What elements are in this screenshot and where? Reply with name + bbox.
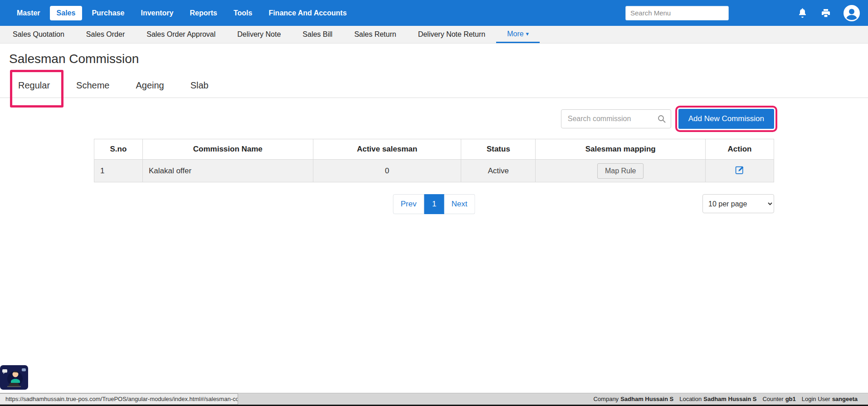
cell-commission-name: Kalakal offer [142,160,313,182]
status-bar: https://sadhamhussain.true-pos.com/TrueP… [0,393,868,406]
map-rule-button[interactable]: Map Rule [597,163,644,179]
search-commission-input[interactable] [561,109,671,128]
login-user-value: sangeeta [832,396,858,402]
header-sno: S.no [94,139,143,160]
header-salesman-mapping: Salesman mapping [536,139,706,160]
search-icon [657,114,666,123]
cell-status: Active [461,160,536,182]
table-header-row: S.no Commission Name Active salesman Sta… [94,139,774,160]
menu-item-master[interactable]: Master [10,6,47,20]
session-info: Company Sadham Hussain S Location Sadham… [593,396,868,402]
commission-tabs: Regular Scheme Ageing Slab [0,73,868,98]
edit-icon [735,165,745,175]
commission-toolbar: Add New Commission [0,108,868,130]
company-value: Sadham Hussain S [620,396,673,402]
pagination-page-1-button[interactable]: 1 [424,194,444,214]
add-new-commission-button[interactable]: Add New Commission [678,109,774,129]
header-action: Action [706,139,774,160]
tab-scheme[interactable]: Scheme [76,80,109,91]
subnav-sales-order-approval[interactable]: Sales Order Approval [136,26,226,43]
sales-sub-navigation: Sales Quotation Sales Order Sales Order … [0,26,868,44]
menu-item-sales[interactable]: Sales [50,6,83,20]
topnav-icons [797,5,862,21]
subnav-sales-quotation[interactable]: Sales Quotation [2,26,75,43]
subnav-sales-return[interactable]: Sales Return [343,26,407,43]
cell-active-salesman: 0 [313,160,461,182]
user-avatar-icon[interactable] [844,5,860,21]
menu-item-inventory[interactable]: Inventory [134,6,180,20]
menu-item-tools[interactable]: Tools [227,6,259,20]
location-value: Sadham Hussain S [703,396,756,402]
support-chat-widget[interactable] [0,365,28,390]
subnav-more-label: More [507,30,523,38]
subnav-more-menu[interactable]: More ▾ [496,26,540,43]
edit-commission-button[interactable] [735,165,745,176]
main-menu: Master Sales Purchase Inventory Reports … [10,6,354,20]
tab-ageing[interactable]: Ageing [136,80,164,91]
location-label: Location [679,396,702,402]
tab-slab[interactable]: Slab [190,80,209,91]
pagination-next-button[interactable]: Next [444,194,475,214]
browser-status-url: https://sadhamhussain.true-pos.com/TrueP… [0,393,238,405]
search-menu-input[interactable] [625,6,729,20]
top-navigation-bar: Master Sales Purchase Inventory Reports … [0,0,868,26]
commission-table: S.no Commission Name Active salesman Sta… [94,139,774,182]
menu-item-reports[interactable]: Reports [183,6,224,20]
page-title: Salesman Commission [9,52,868,66]
notifications-bell-icon[interactable] [797,7,808,19]
header-status: Status [461,139,536,160]
menu-item-finance-and-accounts[interactable]: Finance And Accounts [262,6,353,20]
cell-action [706,160,774,182]
per-page-select[interactable]: 10 per page [702,194,774,213]
subnav-delivery-note-return[interactable]: Delivery Note Return [407,26,497,43]
cell-sno: 1 [94,160,143,182]
topnav-right-area [625,5,862,21]
menu-item-purchase[interactable]: Purchase [85,6,131,20]
commission-search-wrap [561,109,671,128]
header-active-salesman: Active salesman [313,139,461,160]
tab-regular[interactable]: Regular [18,80,50,91]
subnav-sales-order[interactable]: Sales Order [75,26,136,43]
pagination-row: Prev 1 Next 10 per page [0,194,868,214]
table-row: 1 Kalakal offer 0 Active Map Rule [94,160,774,182]
pagination-prev-button[interactable]: Prev [393,194,424,214]
counter-value: gb1 [785,396,796,402]
cell-salesman-mapping: Map Rule [536,160,706,182]
print-icon[interactable] [820,8,832,19]
company-label: Company [593,396,619,402]
pagination: Prev 1 Next [393,194,475,214]
chevron-down-icon: ▾ [526,30,529,37]
login-user-label: Login User [802,396,830,402]
counter-label: Counter [762,396,783,402]
header-commission-name: Commission Name [142,139,313,160]
subnav-sales-bill[interactable]: Sales Bill [292,26,343,43]
subnav-delivery-note[interactable]: Delivery Note [226,26,292,43]
